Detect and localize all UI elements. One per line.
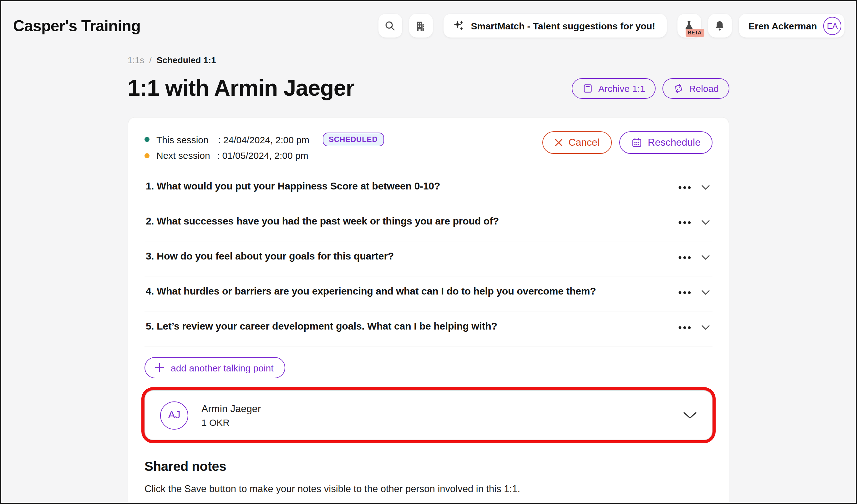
talking-point-label: 1. What would you put your Happiness Sco… — [146, 181, 440, 192]
talking-point-row: 2. What successes have you had the past … — [145, 206, 712, 241]
reload-button[interactable]: Reload — [663, 78, 729, 99]
archive-label: Archive 1:1 — [598, 83, 645, 93]
page-title-row: 1:1 with Armin Jaeger Archive 1:1 Rel — [128, 75, 729, 101]
chevron-down-icon — [701, 290, 710, 295]
shared-notes-description: Click the Save button to make your notes… — [145, 483, 712, 494]
chevron-down-icon — [701, 220, 710, 225]
top-bar: Casper's Training — [1, 1, 856, 48]
talking-point-actions — [677, 216, 711, 226]
chevron-down-icon — [701, 255, 710, 260]
shared-notes-title: Shared notes — [145, 459, 712, 474]
next-session-bullet — [145, 153, 150, 158]
breadcrumb-one-on-ones[interactable]: 1:1s — [128, 55, 144, 65]
talking-point-row: 1. What would you put your Happiness Sco… — [145, 171, 712, 206]
participant-meta: Armin Jaeger 1 OKR — [201, 403, 261, 428]
talking-point-label: 2. What successes have you had the past … — [146, 216, 499, 227]
more-options-button[interactable] — [677, 254, 692, 260]
participant-expand-chevron[interactable] — [683, 412, 697, 419]
archive-icon — [583, 83, 593, 93]
more-options-button[interactable] — [677, 219, 692, 225]
reschedule-label: Reschedule — [648, 137, 701, 148]
participant-avatar: AJ — [160, 401, 188, 429]
labs-button[interactable]: BETA — [677, 14, 701, 37]
talking-points-list: 1. What would you put your Happiness Sco… — [145, 171, 712, 346]
this-session-value: : 24/04/2024, 2:00 pm — [218, 134, 309, 145]
talking-point-actions — [677, 251, 711, 261]
cancel-button[interactable]: Cancel — [542, 131, 611, 154]
next-session-row: Next session : 01/05/2024, 2:00 pm — [145, 150, 384, 161]
company-button[interactable] — [409, 14, 433, 37]
talking-point-row: 3. How do you feel about your goals for … — [145, 241, 712, 276]
session-times: This session : 24/04/2024, 2:00 pm SCHED… — [145, 131, 384, 161]
workspace-title: Casper's Training — [13, 17, 140, 35]
archive-button[interactable]: Archive 1:1 — [572, 78, 656, 99]
session-actions: Cancel Reschedule — [542, 131, 712, 154]
expand-button[interactable] — [700, 218, 711, 226]
search-button[interactable] — [379, 14, 402, 37]
add-talking-point-button[interactable]: add another talking point — [145, 357, 286, 378]
ellipsis-icon — [678, 186, 691, 189]
this-session-label: This session — [156, 134, 211, 145]
participant-okr-count: 1 OKR — [201, 417, 261, 428]
user-menu-button[interactable]: Eren Ackerman EA — [738, 14, 844, 37]
cancel-label: Cancel — [568, 137, 600, 148]
session-head: This session : 24/04/2024, 2:00 pm SCHED… — [145, 131, 712, 161]
reload-label: Reload — [689, 83, 719, 93]
notifications-button[interactable] — [708, 14, 732, 37]
breadcrumb-separator: / — [149, 55, 152, 65]
sparkles-icon — [452, 19, 465, 32]
bell-icon — [714, 20, 726, 32]
talking-point-actions — [677, 181, 711, 191]
ellipsis-icon — [678, 256, 691, 259]
page-title-actions: Archive 1:1 Reload — [572, 78, 729, 99]
calendar-icon — [631, 137, 642, 148]
app-window: Casper's Training — [0, 0, 857, 504]
user-name: Eren Ackerman — [749, 20, 817, 31]
more-options-button[interactable] — [677, 184, 692, 190]
plus-icon — [154, 363, 165, 373]
talking-point-row: 5. Let’s review your career development … — [145, 311, 712, 346]
main-content: 1:1s / Scheduled 1:1 1:1 with Armin Jaeg… — [128, 55, 729, 504]
talking-point-label: 3. How do you feel about your goals for … — [146, 251, 394, 262]
talking-point-actions — [677, 286, 711, 296]
more-options-button[interactable] — [677, 289, 692, 295]
chevron-down-icon — [683, 412, 697, 419]
chevron-down-icon — [701, 325, 710, 330]
more-options-button[interactable] — [677, 324, 692, 330]
talking-point-actions — [677, 321, 711, 331]
chevron-down-icon — [701, 185, 710, 190]
ellipsis-icon — [678, 221, 691, 224]
session-card: This session : 24/04/2024, 2:00 pm SCHED… — [128, 117, 729, 504]
close-icon — [554, 138, 563, 147]
building-icon — [415, 20, 427, 32]
ellipsis-icon — [678, 326, 691, 329]
search-icon — [384, 20, 396, 32]
expand-button[interactable] — [700, 323, 711, 331]
reschedule-button[interactable]: Reschedule — [619, 131, 712, 154]
next-session-label: Next session — [156, 150, 210, 161]
smartmatch-label: SmartMatch - Talent suggestions for you! — [471, 20, 656, 31]
reload-icon — [673, 83, 684, 93]
page-title: 1:1 with Armin Jaeger — [128, 75, 354, 101]
expand-button[interactable] — [700, 253, 711, 261]
smartmatch-button[interactable]: SmartMatch - Talent suggestions for you! — [443, 14, 667, 37]
breadcrumb-current: Scheduled 1:1 — [157, 55, 216, 65]
beta-badge: BETA — [685, 29, 704, 37]
this-session-bullet — [145, 137, 150, 142]
top-bar-actions: SmartMatch - Talent suggestions for you!… — [379, 14, 845, 37]
this-session-row: This session : 24/04/2024, 2:00 pm SCHED… — [145, 133, 384, 146]
breadcrumb: 1:1s / Scheduled 1:1 — [128, 55, 729, 65]
participant-name: Armin Jaeger — [201, 403, 261, 414]
expand-button[interactable] — [700, 183, 711, 191]
talking-point-label: 5. Let’s review your career development … — [146, 321, 497, 332]
talking-point-label: 4. What hurdles or barriers are you expe… — [146, 286, 596, 297]
expand-button[interactable] — [700, 288, 711, 296]
ellipsis-icon — [678, 291, 691, 294]
talking-point-row: 4. What hurdles or barriers are you expe… — [145, 276, 712, 311]
participant-card[interactable]: AJ Armin Jaeger 1 OKR — [145, 390, 712, 440]
user-avatar: EA — [823, 17, 841, 35]
status-badge: SCHEDULED — [322, 133, 384, 146]
next-session-value: : 01/05/2024, 2:00 pm — [217, 150, 308, 161]
add-talking-point-label: add another talking point — [171, 362, 274, 373]
